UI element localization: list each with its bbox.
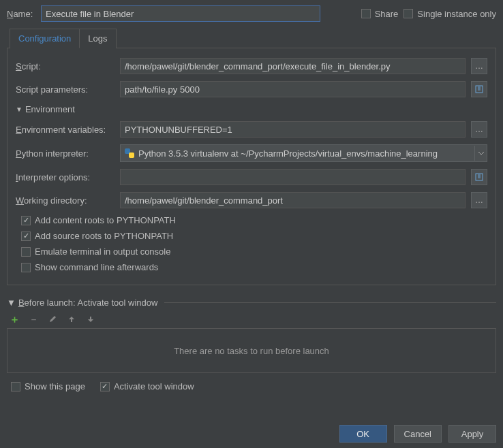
cancel-button[interactable]: Cancel [394, 425, 442, 443]
interpopts-input[interactable] [120, 169, 466, 185]
arrow-down-icon [87, 316, 94, 323]
remove-task-button[interactable]: － [29, 315, 38, 324]
envvars-browse-button[interactable]: … [471, 121, 487, 138]
before-launch-section: ▼ Before launch: Activate tool window ＋ … [7, 298, 496, 391]
python-icon [125, 148, 134, 158]
caret-down-icon: ▼ [16, 106, 22, 113]
emulate-terminal-checkbox[interactable]: Emulate terminal in output console [21, 246, 170, 257]
script-browse-button[interactable]: … [471, 58, 487, 74]
move-up-button[interactable] [67, 315, 76, 324]
config-panel: Script: … Script parameters: ▼ Environme… [7, 48, 496, 285]
before-launch-toolbar: ＋ － [10, 315, 496, 324]
interpreter-dropdown[interactable]: Python 3.5.3 virtualenv at ~/PycharmProj… [120, 144, 487, 162]
name-input[interactable] [41, 5, 320, 22]
apply-button[interactable]: Apply [448, 425, 496, 443]
expand-icon [475, 85, 483, 93]
workdir-input[interactable] [120, 192, 466, 208]
before-launch-header[interactable]: ▼ Before launch: Activate tool window [7, 298, 496, 308]
envvars-input[interactable] [120, 121, 466, 138]
tab-logs[interactable]: Logs [80, 29, 115, 48]
name-label: Name: [7, 9, 35, 19]
script-input[interactable] [120, 58, 466, 74]
show-this-page-checkbox[interactable]: Show this page [11, 381, 85, 391]
content-roots-checkbox[interactable]: Add content roots to PYTHONPATH [21, 215, 176, 225]
single-instance-checkbox[interactable]: Single instance only [403, 9, 496, 19]
chevron-down-icon [474, 146, 487, 161]
workdir-label: Working directory: [16, 195, 115, 206]
params-label: Script parameters: [16, 84, 115, 95]
task-list: There are no tasks to run before launch [7, 328, 496, 373]
expand-icon [475, 173, 483, 181]
caret-down-icon: ▼ [7, 298, 16, 308]
params-expand-button[interactable] [471, 81, 487, 97]
ok-button[interactable]: OK [339, 425, 387, 443]
ellipsis-icon: … [475, 195, 483, 205]
task-list-empty-text: There are no tasks to run before launch [174, 346, 329, 356]
arrow-up-icon [68, 316, 75, 323]
name-row: Name: Share Single instance only [7, 5, 496, 22]
dialog-buttons: OK Cancel Apply [7, 406, 496, 443]
tab-bar: Configuration Logs [10, 29, 117, 48]
workdir-browse-button[interactable]: … [471, 192, 487, 208]
edit-task-button[interactable] [48, 315, 57, 324]
interpopts-expand-button[interactable] [471, 169, 487, 185]
interpopts-label: Interpreter options: [16, 172, 115, 182]
ellipsis-icon: … [475, 61, 483, 71]
script-label: Script: [16, 61, 115, 71]
params-input[interactable] [120, 81, 466, 97]
source-roots-checkbox[interactable]: Add source roots to PYTHONPATH [21, 231, 173, 241]
envvars-label: Environment variables: [16, 125, 115, 135]
activate-tool-window-checkbox[interactable]: Activate tool window [100, 381, 194, 391]
move-down-button[interactable] [86, 315, 95, 324]
environment-section-header[interactable]: ▼ Environment [16, 104, 487, 114]
interpreter-value: Python 3.5.3 virtualenv at ~/PycharmProj… [138, 148, 470, 159]
add-task-button[interactable]: ＋ [10, 315, 19, 324]
ellipsis-icon: … [475, 125, 483, 134]
share-checkbox[interactable]: Share [361, 9, 399, 19]
tab-configuration[interactable]: Configuration [10, 29, 80, 48]
show-cmd-checkbox[interactable]: Show command line afterwards [21, 262, 158, 272]
interpreter-label: Python interpreter: [16, 148, 115, 159]
pencil-icon [48, 315, 57, 323]
